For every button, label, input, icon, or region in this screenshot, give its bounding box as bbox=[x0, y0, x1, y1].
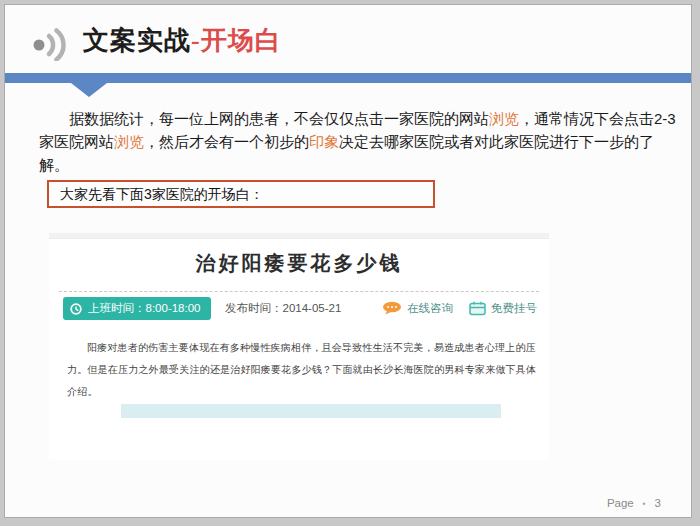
callout-box: 大家先看下面3家医院的开场白： bbox=[47, 180, 435, 208]
text-selection-highlight bbox=[121, 404, 501, 418]
page-title: 文案实战-开场白 bbox=[83, 23, 282, 58]
webpage-meta-row: 上班时间：8:00-18:00 发布时间：2014-05-21 在线咨询 bbox=[63, 297, 537, 321]
calendar-icon bbox=[469, 301, 486, 316]
text-segment: 解。 bbox=[39, 156, 69, 173]
title-divider-bar bbox=[5, 73, 691, 83]
text-segment: 家医院网站 bbox=[39, 133, 114, 150]
chat-bubble-icon bbox=[382, 301, 402, 316]
intro-paragraph: 据数据统计，每一位上网的患者，不会仅仅点击一家医院的网站浏览，通常情况下会点击2… bbox=[39, 107, 687, 176]
clock-icon bbox=[69, 302, 83, 316]
text-segment: ，然后才会有一个初步的 bbox=[144, 133, 309, 150]
work-time-text: 上班时间：8:00-18:00 bbox=[88, 297, 201, 320]
footer-page-number: 3 bbox=[655, 497, 661, 509]
work-time-badge: 上班时间：8:00-18:00 bbox=[63, 297, 211, 320]
text-segment: 据数据统计，每一位上网的患者，不会仅仅点击一家医院的网站 bbox=[69, 110, 489, 127]
dashed-separator bbox=[59, 291, 539, 292]
text-segment: 浏览 bbox=[489, 110, 519, 127]
footer-separator: ▪ bbox=[643, 499, 646, 508]
divider-pointer bbox=[71, 83, 107, 97]
webpage-top-strip bbox=[49, 233, 549, 239]
text-segment: 介绍。 bbox=[67, 386, 98, 397]
slide: 文案实战-开场白 据数据统计，每一位上网的患者，不会仅仅点击一家医院的网站浏览，… bbox=[4, 4, 692, 518]
online-consult-link[interactable]: 在线咨询 bbox=[382, 301, 453, 316]
text-segment: 阳痿对患者的伤害主要体现在有多种慢性疾病相伴，且会导致性生活不完美，易造成患者心… bbox=[87, 342, 536, 353]
callout-text: 大家先看下面3家医院的开场白： bbox=[60, 186, 264, 202]
footer-page-label: Page bbox=[607, 497, 634, 509]
page-title-main: 文案实战 bbox=[83, 26, 191, 55]
free-register-label: 免费挂号 bbox=[491, 301, 537, 316]
text-segment: 力。但是在压力之外最受关注的还是治好阳痿要花多少钱？下面就由长沙长海医院的男科专… bbox=[67, 364, 536, 375]
page-footer: Page ▪ 3 bbox=[607, 497, 661, 509]
webpage-screenshot: 治好阳痿要花多少钱 上班时间：8:00-18:00 发布时间：2014-05-2… bbox=[49, 233, 549, 460]
webpage-article-title: 治好阳痿要花多少钱 bbox=[49, 250, 549, 277]
text-segment: 浏览 bbox=[114, 133, 144, 150]
text-segment: 印象 bbox=[309, 133, 339, 150]
free-register-link[interactable]: 免费挂号 bbox=[469, 301, 537, 316]
webpage-action-links: 在线咨询 免费挂号 bbox=[382, 297, 537, 320]
text-segment: 决定去哪家医院或者对此家医院进行下一步的了 bbox=[339, 133, 654, 150]
text-segment: ，通常情况下会点击2-3 bbox=[519, 110, 676, 127]
webpage-article-body: 阳痿对患者的伤害主要体现在有多种慢性疾病相伴，且会导致性生活不完美，易造成患者心… bbox=[67, 337, 539, 403]
publish-time: 发布时间：2014-05-21 bbox=[225, 297, 341, 320]
online-consult-label: 在线咨询 bbox=[407, 301, 453, 316]
sound-waves-icon bbox=[29, 27, 77, 65]
page-title-accent: -开场白 bbox=[191, 26, 282, 55]
